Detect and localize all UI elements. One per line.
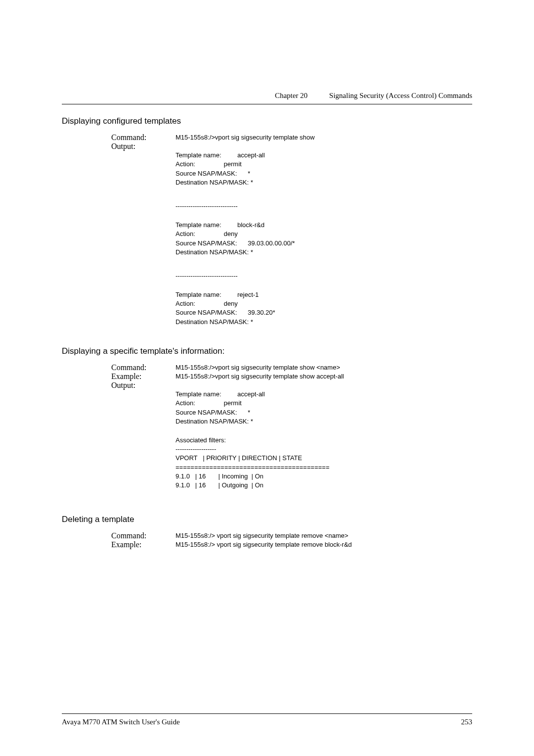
command-label: Command: (111, 531, 176, 540)
command-row: Command: M15-155s8:/> vport sig sigsecur… (111, 531, 472, 540)
output-label: Output: (111, 381, 176, 390)
filter-table-header: VPORT | PRIORITY | DIRECTION | STATE (176, 454, 472, 463)
page-footer: Avaya M770 ATM Switch User's Guide 253 (62, 713, 472, 726)
command-label: Command: (111, 133, 176, 142)
command-row: Command: M15-155s8:/>vport sig sigsecuri… (111, 133, 472, 142)
output-row: Output: (111, 142, 472, 151)
page-header: Chapter 20 Signaling Security (Access Co… (62, 92, 472, 104)
template-block-3: Template name: reject-1 Action: deny Sou… (176, 290, 472, 327)
associated-filters-label: Associated filters: (176, 436, 472, 445)
chapter-title: Signaling Security (Access Control) Comm… (329, 92, 472, 99)
example-value: M15-155s8:/> vport sig sigsecurity templ… (176, 540, 352, 549)
chapter-label: Chapter 20 (275, 92, 308, 99)
example-label: Example: (111, 372, 176, 381)
separator-1: ----------------------------- (176, 202, 472, 211)
footer-page-number: 253 (461, 718, 473, 726)
template-block-4: Template name: accept-all Action: permit… (176, 390, 472, 426)
example-row: Example: M15-155s8:/> vport sig sigsecur… (111, 540, 472, 549)
separator-2: ----------------------------- (176, 272, 472, 281)
example-value: M15-155s8:/>vport sig sigsecurity templa… (176, 372, 344, 381)
section-heading-specific-template: Displaying a specific template's informa… (62, 346, 472, 356)
section-heading-display-templates: Displaying configured templates (62, 116, 472, 126)
filter-table-rows: 9.1.0 | 16 | Incoming | On 9.1.0 | 16 | … (176, 472, 472, 490)
command-value: M15-155s8:/>vport sig sigsecurity templa… (176, 363, 340, 372)
template-block-1: Template name: accept-all Action: permit… (176, 151, 472, 187)
dash-line: ------------------- (176, 445, 472, 454)
example-label: Example: (111, 540, 176, 549)
command-value: M15-155s8:/> vport sig sigsecurity templ… (176, 531, 348, 540)
template-block-2: Template name: block-r&d Action: deny So… (176, 221, 472, 257)
command-row: Command: M15-155s8:/>vport sig sigsecuri… (111, 363, 472, 372)
command-value: M15-155s8:/>vport sig sigsecurity templa… (176, 133, 314, 142)
footer-left: Avaya M770 ATM Switch User's Guide (62, 718, 180, 726)
output-row: Output: (111, 381, 472, 390)
content-area: Displaying configured templates Command:… (62, 116, 472, 549)
output-label: Output: (111, 142, 176, 151)
command-label: Command: (111, 363, 176, 372)
eq-line: ========================================… (176, 463, 472, 472)
example-row: Example: M15-155s8:/>vport sig sigsecuri… (111, 372, 472, 381)
section-heading-deleting-template: Deleting a template (62, 515, 472, 524)
